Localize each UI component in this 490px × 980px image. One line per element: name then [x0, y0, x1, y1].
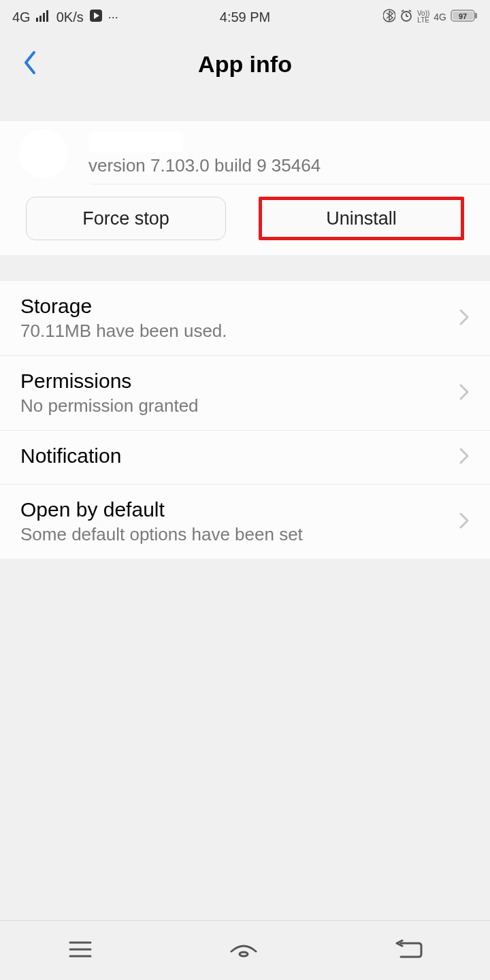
item-subtitle: No permission granted: [20, 395, 459, 416]
svg-rect-3: [46, 10, 48, 22]
permissions-item[interactable]: Permissions No permission granted: [0, 356, 490, 431]
item-subtitle: 70.11MB have been used.: [20, 321, 459, 342]
clock: 4:59 PM: [220, 10, 270, 25]
svg-rect-1: [39, 16, 42, 22]
svg-text:97: 97: [459, 12, 467, 20]
svg-rect-13: [475, 13, 477, 18]
bluetooth-icon: [383, 9, 395, 26]
item-title: Storage: [20, 295, 459, 318]
signal-icon: [36, 10, 51, 25]
storage-item[interactable]: Storage 70.11MB have been used.: [0, 281, 490, 356]
open-by-default-item[interactable]: Open by default Some default options hav…: [0, 485, 490, 559]
app-icon: [19, 129, 68, 178]
network-4g-icon: 4G: [434, 12, 446, 22]
item-title: Permissions: [20, 370, 459, 393]
chevron-right-icon: [459, 382, 470, 404]
app-card: version 7.103.0 build 9 35464 Force stop…: [0, 121, 490, 255]
item-title: Open by default: [20, 498, 459, 521]
chevron-right-icon: [459, 446, 470, 468]
app-meta: version 7.103.0 build 9 35464: [88, 132, 471, 176]
header: App info: [0, 34, 490, 94]
svg-point-19: [240, 952, 248, 956]
volte-icon: Vo)) LTE: [417, 10, 429, 24]
play-icon: [89, 9, 103, 26]
chevron-right-icon: [459, 511, 470, 533]
svg-line-10: [402, 10, 404, 12]
chevron-right-icon: [459, 308, 470, 329]
svg-rect-2: [43, 13, 45, 22]
battery-icon: 97: [451, 9, 478, 26]
app-name: [88, 132, 184, 152]
alarm-icon: [399, 9, 413, 26]
page-title: App info: [198, 51, 292, 78]
item-title: Notification: [20, 444, 459, 468]
data-speed: 0K/s: [56, 10, 84, 25]
app-version: version 7.103.0 build 9 35464: [88, 155, 471, 176]
settings-list: Storage 70.11MB have been used. Permissi…: [0, 281, 490, 559]
home-button[interactable]: [229, 939, 259, 962]
back-nav-button[interactable]: [394, 939, 423, 962]
action-buttons: Force stop Uninstall: [0, 184, 490, 255]
notification-item[interactable]: Notification: [0, 431, 490, 485]
svg-rect-0: [36, 18, 38, 22]
recents-button[interactable]: [67, 939, 93, 962]
network-type: 4G: [12, 10, 31, 25]
force-stop-button[interactable]: Force stop: [26, 197, 226, 240]
app-header: version 7.103.0 build 9 35464: [0, 121, 490, 184]
more-icon: ···: [108, 10, 118, 24]
back-button[interactable]: [22, 50, 37, 78]
uninstall-button[interactable]: Uninstall: [259, 197, 464, 240]
item-subtitle: Some default options have been set: [20, 524, 459, 545]
nav-bar: [0, 920, 490, 980]
status-left: 4G 0K/s ···: [12, 9, 118, 26]
svg-line-11: [409, 10, 411, 12]
status-bar: 4G 0K/s ··· 4:59 PM Vo)) LTE 4G 97: [0, 0, 490, 34]
status-right: Vo)) LTE 4G 97: [383, 9, 478, 26]
